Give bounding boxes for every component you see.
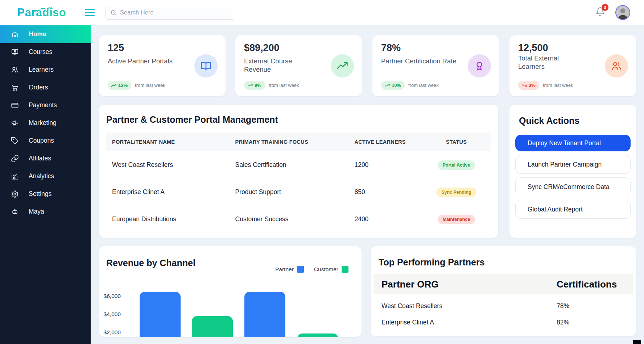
stat-value: $89,200 xyxy=(244,42,353,54)
stat-label: Total External Learners xyxy=(518,54,576,71)
sidebar-item-label: Courses xyxy=(29,48,52,56)
stat-note: from last week xyxy=(135,83,165,88)
bar-chart-icon xyxy=(11,172,19,180)
deploy-new-tenant-portal-button[interactable]: Deploy New Tenant Portal xyxy=(515,135,631,151)
sync-crm-ecommerce-button[interactable]: Sync CRM/eCommerce Data xyxy=(515,177,631,196)
topbar-actions: 3 xyxy=(595,5,630,20)
brand-logo[interactable]: Paradiso xyxy=(0,6,83,19)
portal-table-header: PORTAL/TENANT NAME PRIMARY TRAINING FOCU… xyxy=(106,133,491,151)
y-axis-tick: $2,000 xyxy=(99,329,121,336)
search-box[interactable] xyxy=(106,6,234,20)
sidebar-item-settings[interactable]: Settings xyxy=(0,185,91,203)
partners-table-header: Partner ORG Certifications xyxy=(373,274,633,294)
user-avatar[interactable] xyxy=(615,5,630,20)
sidebar-item-affiliates[interactable]: Affilates xyxy=(0,150,91,167)
legend-entry-partner: Partner xyxy=(275,266,304,273)
sidebar-item-maya[interactable]: Maya xyxy=(0,203,91,221)
chart-legend: Partner Customer xyxy=(275,266,348,273)
portal-name: Enterprise Clinet A xyxy=(106,188,230,196)
certification-rate: 82% xyxy=(557,319,569,326)
stat-card-external-learners: 12,500 Total External Learners 3% from l… xyxy=(509,35,636,96)
avatar-photo xyxy=(616,6,629,19)
customer-swatch xyxy=(342,266,348,273)
stat-label: Active Partner Portals xyxy=(108,57,184,66)
sidebar-item-label: Marketing xyxy=(29,119,57,127)
link-icon xyxy=(11,155,19,163)
notifications-button[interactable]: 3 xyxy=(595,7,605,18)
sidebar: Home Courses Learners Orders Payments xyxy=(0,25,91,344)
sidebar-item-learners[interactable]: Learners xyxy=(0,61,91,79)
sidebar-item-coupons[interactable]: Coupons xyxy=(0,132,91,150)
sidebar-item-analytics[interactable]: Analytics xyxy=(0,167,91,185)
stat-card-course-revenue: $89,200 External Course Revenue 9% from … xyxy=(235,35,362,96)
portal-management-card: Partner & Customer Portal Management POR… xyxy=(99,105,498,238)
table-row: European Distributions Customer Success … xyxy=(106,206,491,233)
trend-up-icon xyxy=(248,83,253,88)
change-badge: 12% xyxy=(108,81,131,90)
column-header: PRIMARY TRAINING FOCUS xyxy=(230,139,349,145)
stat-card-active-portals: 125 Active Partner Portals 12% from last… xyxy=(99,35,226,96)
partner-org: Enterprise Clinet A xyxy=(373,319,557,326)
launch-partner-campaign-button[interactable]: Launch Partner Campaign xyxy=(515,155,631,174)
sidebar-item-label: Settings xyxy=(29,190,51,198)
sidebar-item-payments[interactable]: Payments xyxy=(0,96,91,114)
y-axis-tick: $6,000 xyxy=(99,293,121,299)
table-row: Enterprise Clinet A 82% xyxy=(373,314,633,331)
portal-name: European Distributions xyxy=(106,215,230,223)
learners-icon xyxy=(11,66,19,74)
active-learners: 1200 xyxy=(348,161,422,169)
stat-value: 125 xyxy=(108,42,217,54)
stat-note: from last week xyxy=(269,83,299,88)
sidebar-item-label: Orders xyxy=(29,84,48,91)
sidebar-item-courses[interactable]: Courses xyxy=(0,43,91,61)
change-badge: 3% xyxy=(518,81,539,90)
sidebar-item-marketing[interactable]: Marketing xyxy=(0,114,91,132)
bar-customer xyxy=(192,316,233,337)
active-learners: 2400 xyxy=(348,215,422,223)
bar-customer xyxy=(297,333,338,337)
bar-partner xyxy=(140,292,181,337)
sidebar-item-home[interactable]: Home xyxy=(0,25,91,43)
menu-toggle-icon[interactable] xyxy=(83,8,96,17)
users-icon xyxy=(605,54,628,77)
partner-org: West Coast Resellers xyxy=(373,302,557,310)
search-icon xyxy=(110,9,117,16)
sidebar-item-label: Maya xyxy=(29,208,44,215)
gear-icon xyxy=(11,190,19,198)
trending-up-icon xyxy=(331,54,354,77)
column-header: PORTAL/TENANT NAME xyxy=(106,139,230,145)
sidebar-item-label: Home xyxy=(29,30,46,38)
certification-rate: 78% xyxy=(557,302,569,310)
portal-name: West Coast Resellers xyxy=(106,161,230,169)
stat-label: Partner Certification Rate xyxy=(381,57,457,66)
trend-up-icon xyxy=(385,83,390,88)
sidebar-item-label: Coupons xyxy=(29,137,54,144)
stat-value: 78% xyxy=(381,42,490,54)
chart-title: Revenue by Channel xyxy=(106,258,195,268)
y-axis-tick: $4,000 xyxy=(99,311,121,318)
stat-label: External Course Revenue xyxy=(244,57,320,74)
table-row: Enterprise Clinet A Product Support 850 … xyxy=(106,179,491,206)
award-icon xyxy=(468,54,491,77)
revenue-chart-card: Revenue by Channel Partner Customer $6,0… xyxy=(99,246,362,337)
sidebar-item-label: Learners xyxy=(29,66,54,74)
sidebar-item-orders[interactable]: Orders xyxy=(0,79,91,96)
search-input[interactable] xyxy=(120,9,230,16)
top-partners-card: Top Performing Partners Partner ORG Cert… xyxy=(371,246,636,336)
topbar: Paradiso 3 xyxy=(0,0,644,25)
active-learners: 850 xyxy=(348,188,422,196)
scrollbar-corner xyxy=(633,340,641,344)
global-audit-report-button[interactable]: Global Audit Report xyxy=(515,200,631,219)
change-badge: 9% xyxy=(244,81,265,90)
robot-icon xyxy=(11,208,19,216)
training-focus: Product Support xyxy=(230,188,349,196)
sidebar-item-label: Affilates xyxy=(29,155,51,162)
stat-note: from last week xyxy=(408,83,439,88)
table-row: West Coast Resellers 78% xyxy=(373,298,633,314)
training-focus: Sales Certification xyxy=(230,161,349,169)
cart-icon xyxy=(11,84,19,92)
quick-actions-card: Quick Actions Deploy New Tenant Portal L… xyxy=(509,105,636,238)
sidebar-item-label: Payments xyxy=(29,101,57,109)
courses-icon xyxy=(11,48,19,56)
stat-card-certification-rate: 78% Partner Certification Rate 10% from … xyxy=(372,35,499,96)
